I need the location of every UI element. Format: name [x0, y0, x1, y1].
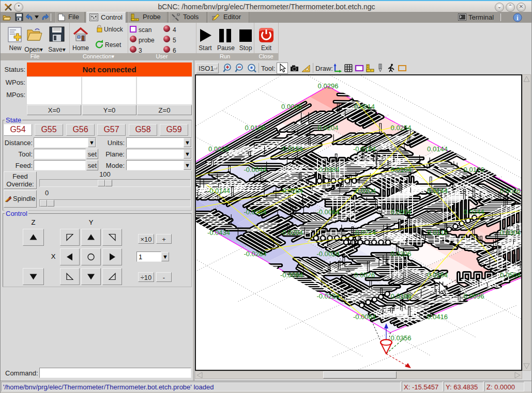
svg-text:-0.0024: -0.0024 — [316, 250, 339, 258]
svg-text:-0.0434: -0.0434 — [207, 229, 230, 237]
svg-text:0.0104: 0.0104 — [391, 166, 412, 174]
svg-text:-0.0154: -0.0154 — [280, 145, 303, 153]
svg-text:-0.0284: -0.0284 — [244, 250, 266, 258]
svg-text:0.0026: 0.0026 — [354, 271, 375, 279]
svg-text:0.0504: 0.0504 — [500, 271, 521, 279]
svg-text:-0.0204: -0.0204 — [353, 187, 376, 195]
svg-text:0.0164: 0.0164 — [427, 271, 448, 279]
svg-text:0.0004: 0.0004 — [391, 208, 412, 216]
svg-text:0.0036: 0.0036 — [500, 187, 521, 195]
svg-text:0.0115: 0.0115 — [428, 229, 448, 237]
svg-text:-0.0104: -0.0104 — [353, 145, 376, 153]
svg-text:0.0014: 0.0014 — [354, 103, 375, 111]
svg-text:0.0306: 0.0306 — [391, 250, 412, 258]
svg-text:0.0304: 0.0304 — [500, 229, 521, 237]
svg-text:-0.0224: -0.0224 — [353, 229, 376, 237]
svg-text:0.0204: 0.0204 — [318, 124, 339, 132]
svg-text:0.0696: 0.0696 — [464, 292, 484, 300]
svg-text:-0.0064: -0.0064 — [353, 313, 376, 321]
svg-text:0.0144: 0.0144 — [427, 145, 448, 153]
svg-text:-0.0064: -0.0064 — [316, 208, 339, 216]
svg-text:0.0296: 0.0296 — [318, 82, 339, 90]
svg-text:0.0176: 0.0176 — [464, 166, 484, 174]
svg-text:-0.0044: -0.0044 — [244, 166, 266, 174]
svg-text:0.0186: 0.0186 — [391, 292, 412, 300]
svg-text:0.0106: 0.0106 — [245, 124, 266, 132]
svg-text:-0.0224: -0.0224 — [316, 292, 339, 300]
svg-text:-0.0094: -0.0094 — [280, 271, 303, 279]
svg-text:-0.0204: -0.0204 — [280, 229, 303, 237]
svg-text:-0.0284: -0.0284 — [280, 187, 303, 195]
svg-text:0.0144: 0.0144 — [427, 187, 448, 195]
svg-text:0.0066: 0.0066 — [281, 103, 302, 111]
svg-text:-0.0284: -0.0284 — [244, 208, 266, 216]
svg-text:-0.0084: -0.0084 — [316, 166, 339, 174]
svg-text:0.0416: 0.0416 — [427, 313, 448, 321]
svg-text:-0.0144: -0.0144 — [207, 187, 230, 195]
svg-text:0.0254: 0.0254 — [391, 124, 412, 132]
svg-text:0.0244: 0.0244 — [464, 208, 484, 216]
svg-text:0.0026: 0.0026 — [208, 145, 229, 153]
